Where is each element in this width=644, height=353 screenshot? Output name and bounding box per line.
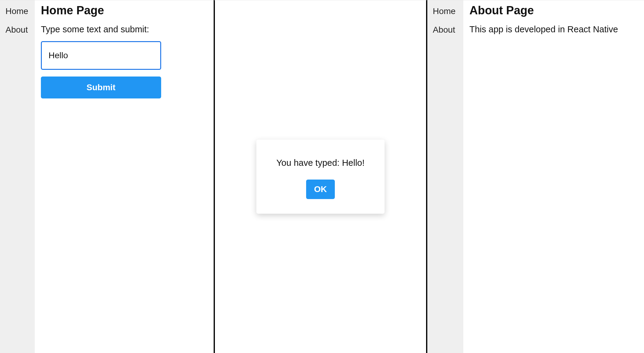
sidebar: Home About (427, 0, 463, 353)
sidebar: Home About (0, 0, 35, 353)
panel-about: Home About About Page This app is develo… (427, 0, 644, 353)
dialog-message: You have typed: Hello! (276, 158, 364, 168)
sidebar-item-about[interactable]: About (0, 21, 35, 39)
panel-dialog: You have typed: Hello! OK (214, 0, 427, 353)
alert-dialog: You have typed: Hello! OK (256, 140, 385, 214)
page-title: Home Page (41, 4, 208, 17)
sidebar-item-about[interactable]: About (427, 21, 463, 39)
panel-home: Home About Home Page Type some text and … (0, 0, 214, 353)
sidebar-item-home[interactable]: Home (427, 2, 463, 21)
text-input[interactable] (41, 41, 161, 70)
sidebar-item-home[interactable]: Home (0, 2, 35, 21)
home-content: Home Page Type some text and submit: Sub… (35, 0, 214, 353)
ok-button[interactable]: OK (306, 180, 335, 199)
submit-button[interactable]: Submit (41, 77, 161, 98)
app-panels: Home About Home Page Type some text and … (0, 0, 644, 353)
page-title: About Page (469, 4, 638, 17)
about-content: About Page This app is developed in Reac… (463, 0, 644, 353)
prompt-text: Type some text and submit: (41, 24, 208, 34)
about-body-text: This app is developed in React Native (469, 24, 638, 34)
dialog-overlay: You have typed: Hello! OK (215, 0, 426, 353)
